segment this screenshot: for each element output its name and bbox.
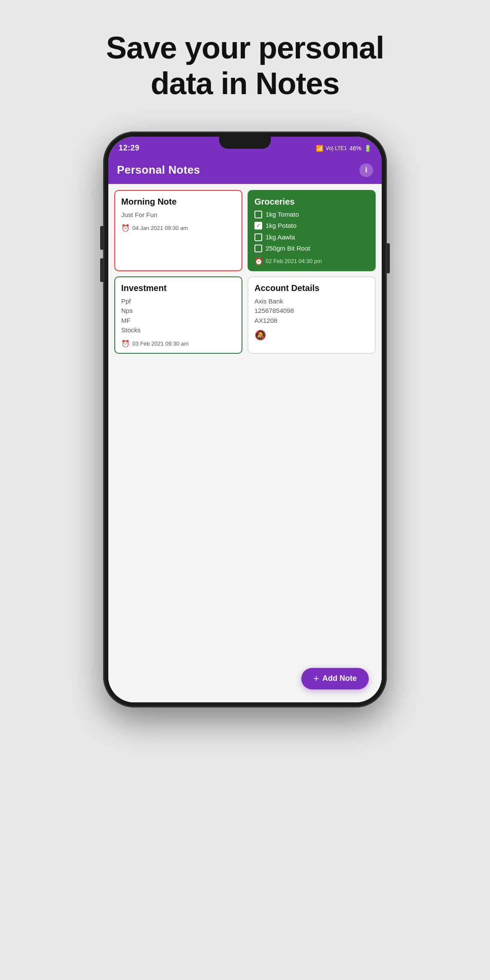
add-note-button[interactable]: + Add Note xyxy=(301,668,369,689)
power-button xyxy=(387,243,390,273)
alarm-icon-groceries: ⏰ xyxy=(254,257,263,265)
phone-mockup: 12:29 📶 Vo) LTE1 46% 🔋 Personal Notes i … xyxy=(103,132,387,707)
add-note-label: Add Note xyxy=(322,674,357,683)
note-content-morning: Just For Fun xyxy=(121,210,236,220)
grocery-item-aawla[interactable]: 1kg Aawla xyxy=(254,233,369,242)
notes-grid: Morning Note Just For Fun ⏰ 04 Jan 2021 … xyxy=(108,184,382,449)
note-title-account: Account Details xyxy=(254,283,369,293)
volume-down-button xyxy=(100,258,103,282)
checkbox-aawla[interactable] xyxy=(254,233,262,241)
status-time: 12:29 xyxy=(119,144,140,153)
status-bar: 12:29 📶 Vo) LTE1 46% 🔋 xyxy=(108,137,382,158)
note-title-groceries: Groceries xyxy=(254,197,369,207)
note-card-account[interactable]: Account Details Axis Bank12567854098AX12… xyxy=(248,276,376,354)
note-card-groceries[interactable]: Groceries 1kg Tomato ✓ 1kg Potato 1kg Aa… xyxy=(248,190,376,271)
note-content-account: Axis Bank12567854098AX1208 xyxy=(254,297,369,326)
checkbox-potato[interactable]: ✓ xyxy=(254,222,262,230)
app-title: Personal Notes xyxy=(117,163,200,177)
note-title-investment: Investment xyxy=(121,283,236,293)
notch xyxy=(219,137,271,149)
info-button[interactable]: i xyxy=(359,163,373,177)
grocery-item-tomato[interactable]: 1kg Tomato xyxy=(254,210,369,219)
wifi-icon: 📶 xyxy=(316,145,323,152)
no-alarm-icon: 🔕 xyxy=(254,330,369,341)
alarm-icon-morning: ⏰ xyxy=(121,224,130,232)
app-header: Personal Notes i xyxy=(108,158,382,184)
screen-footer: + Add Note xyxy=(108,449,382,702)
grocery-item-potato[interactable]: ✓ 1kg Potato xyxy=(254,221,369,230)
volume-up-button xyxy=(100,226,103,250)
note-card-investment[interactable]: Investment PpfNpsMFStocks ⏰ 03 Feb 2021 … xyxy=(114,276,242,354)
battery-text: 46% xyxy=(349,145,361,152)
note-card-morning[interactable]: Morning Note Just For Fun ⏰ 04 Jan 2021 … xyxy=(114,190,242,271)
checkbox-bitroot[interactable] xyxy=(254,245,262,252)
add-note-plus-icon: + xyxy=(313,674,319,683)
battery-icon: 🔋 xyxy=(364,145,371,152)
grocery-item-bitroot[interactable]: 250gm Bit Root xyxy=(254,244,369,253)
status-icons: 📶 Vo) LTE1 46% 🔋 xyxy=(316,145,371,152)
note-title-morning: Morning Note xyxy=(121,197,236,207)
checkbox-tomato[interactable] xyxy=(254,211,262,218)
page-headline: Save your personal data in Notes xyxy=(95,30,395,101)
alarm-icon-investment: ⏰ xyxy=(121,340,130,348)
phone-screen: 12:29 📶 Vo) LTE1 46% 🔋 Personal Notes i … xyxy=(108,137,382,702)
groceries-list: 1kg Tomato ✓ 1kg Potato 1kg Aawla 250gm … xyxy=(254,210,369,253)
note-timestamp-groceries: ⏰ 02 Feb 2021 04:30 pm xyxy=(254,257,369,265)
signal-text: Vo) LTE1 xyxy=(326,145,347,151)
note-timestamp-morning: ⏰ 04 Jan 2021 09:30 am xyxy=(121,224,236,232)
note-timestamp-investment: ⏰ 03 Feb 2021 09:30 am xyxy=(121,340,236,348)
note-content-investment: PpfNpsMFStocks xyxy=(121,297,236,335)
